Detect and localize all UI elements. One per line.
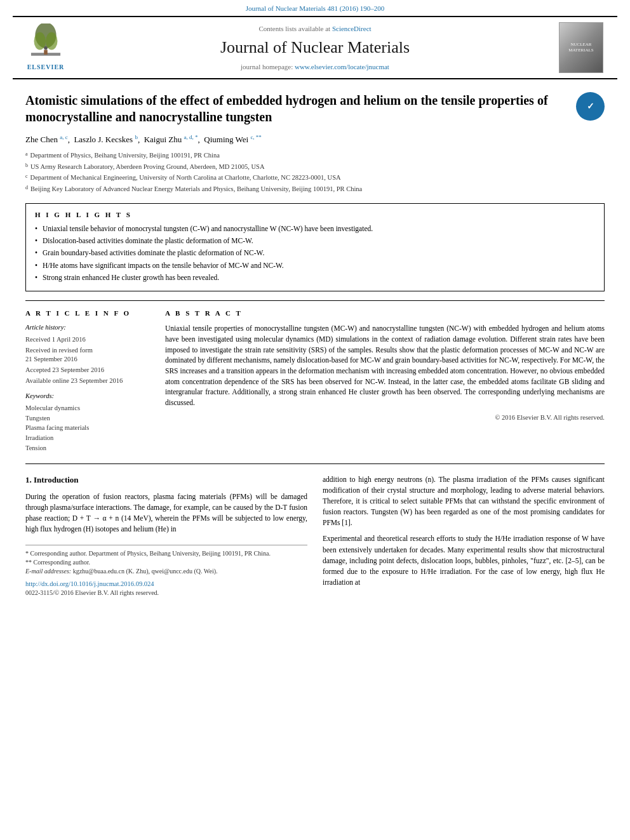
abstract-section: A B S T R A C T Uniaxial tensile propert… <box>165 309 605 454</box>
abstract-text: Uniaxial tensile properties of monocryst… <box>165 323 605 408</box>
journal-cover: NUCLEAR MATERIALS <box>559 22 610 73</box>
keywords-list: Molecular dynamics Tungsten Plasma facin… <box>25 404 152 453</box>
svg-rect-4 <box>44 50 48 55</box>
article-info-title: A R T I C L E I N F O <box>25 309 152 318</box>
corr-auth-1: * Corresponding author. Department of Ph… <box>25 549 307 558</box>
abstract-copyright: © 2016 Elsevier B.V. All rights reserved… <box>165 413 605 423</box>
elsevier-label: ELSEVIER <box>27 63 65 72</box>
highlight-item-1: Uniaxial tensile behavior of monocrystal… <box>35 223 595 234</box>
body-col-left: 1. Introduction During the operation of … <box>25 474 307 597</box>
elsevier-logo: ELSEVIER <box>20 23 71 72</box>
accepted-date: Accepted 23 September 2016 <box>25 366 152 375</box>
journal-homepage-link[interactable]: www.elsevier.com/locate/jnucmat <box>295 63 389 70</box>
keywords-label: Keywords: <box>25 392 152 401</box>
intro-para-1-right: addition to high energy neutrons (n). Th… <box>323 474 605 528</box>
keyword-5: Tension <box>25 444 152 453</box>
journal-name: Journal of Nuclear Materials <box>79 36 551 59</box>
received-date: Received 1 April 2016 <box>25 335 152 345</box>
doi-line: http://dx.doi.org/10.1016/j.jnucmat.2016… <box>25 580 307 589</box>
available-online-date: Available online 23 September 2016 <box>25 377 152 386</box>
highlight-item-2: Dislocation-based activities dominate th… <box>35 236 595 246</box>
footnote-area: * Corresponding author. Department of Ph… <box>25 545 307 598</box>
intro-para-1-left: During the operation of fusion reactors,… <box>25 491 307 535</box>
journal-homepage: journal homepage: www.elsevier.com/locat… <box>79 62 551 72</box>
sciencedirect-link[interactable]: ScienceDirect <box>332 25 372 32</box>
keyword-1: Molecular dynamics <box>25 404 152 413</box>
article-history-label: Article history: <box>25 323 152 333</box>
authors-text: Zhe Chen a, c, Laszlo J. Kecskes b, Kaig… <box>25 135 262 144</box>
keyword-4: Irradiation <box>25 434 152 443</box>
email-line: E-mail addresses: kgzhu@buaa.edu.cn (K. … <box>25 567 307 576</box>
svg-point-5 <box>44 46 48 50</box>
cover-image: NUCLEAR MATERIALS <box>559 22 603 73</box>
highlights-box: H I G H L I G H T S Uniaxial tensile beh… <box>25 203 605 291</box>
highlight-item-4: H/He atoms have significant impacts on t… <box>35 260 595 270</box>
sciencedirect-line: Contents lists available at ScienceDirec… <box>79 24 551 34</box>
keyword-2: Tungsten <box>25 414 152 423</box>
page-wrapper: Journal of Nuclear Materials 481 (2016) … <box>0 0 630 610</box>
keywords-section: Keywords: Molecular dynamics Tungsten Pl… <box>25 392 152 453</box>
affiliation-b: b US Army Research Laboratory, Aberdeen … <box>25 162 605 172</box>
svg-point-2 <box>34 32 46 50</box>
affiliation-d: d Beijing Key Laboratory of Advanced Nuc… <box>25 184 605 194</box>
paper-header: Atomistic simulations of the effect of e… <box>25 92 605 125</box>
article-info: A R T I C L E I N F O Article history: R… <box>25 309 152 454</box>
abstract-title: A B S T R A C T <box>165 309 605 318</box>
affiliation-c: c Department of Mechanical Engineering, … <box>25 173 605 183</box>
email-addresses: kgzhu@buaa.edu.cn (K. Zhu), qwei@uncc.ed… <box>73 568 218 575</box>
journal-header: ELSEVIER Contents lists available at Sci… <box>13 16 617 79</box>
intro-para-2-right: Experimental and theoretical research ef… <box>323 533 605 587</box>
received-revised-date: Received in revised form 21 September 20… <box>25 346 152 364</box>
article-info-abstract-section: A R T I C L E I N F O Article history: R… <box>25 300 605 454</box>
corr-auth-2: ** Corresponding author. <box>25 558 307 567</box>
affiliations: a Department of Physics, Beihang Univers… <box>25 150 605 194</box>
main-content: Atomistic simulations of the effect of e… <box>0 79 630 610</box>
keyword-3: Plasma facing materials <box>25 423 152 433</box>
citation-text: Journal of Nuclear Materials 481 (2016) … <box>246 4 385 12</box>
svg-point-3 <box>46 32 57 50</box>
affiliation-a: a Department of Physics, Beihang Univers… <box>25 150 605 161</box>
highlight-item-3: Grain boundary-based activities dominate… <box>35 248 595 258</box>
journal-title-block: Contents lists available at ScienceDirec… <box>79 24 551 72</box>
highlight-item-5: Strong strain enhanced He cluster growth… <box>35 272 595 283</box>
paper-title: Atomistic simulations of the effect of e… <box>25 92 566 125</box>
crossmark-icon: ✓ <box>587 100 594 113</box>
highlights-title: H I G H L I G H T S <box>35 210 595 220</box>
body-two-col: 1. Introduction During the operation of … <box>25 474 605 597</box>
elsevier-tree-icon <box>27 23 65 62</box>
doi-link[interactable]: http://dx.doi.org/10.1016/j.jnucmat.2016… <box>25 580 154 587</box>
authors-line: Zhe Chen a, c, Laszlo J. Kecskes b, Kaig… <box>25 133 605 145</box>
section-divider <box>25 463 605 464</box>
highlights-list: Uniaxial tensile behavior of monocrystal… <box>35 223 595 282</box>
issn-line: 0022-3115/© 2016 Elsevier B.V. All right… <box>25 589 307 597</box>
body-col-right: addition to high energy neutrons (n). Th… <box>323 474 605 597</box>
crossmark-badge: ✓ <box>576 92 605 121</box>
journal-citation-bar: Journal of Nuclear Materials 481 (2016) … <box>0 0 630 16</box>
introduction-heading: 1. Introduction <box>25 474 307 486</box>
